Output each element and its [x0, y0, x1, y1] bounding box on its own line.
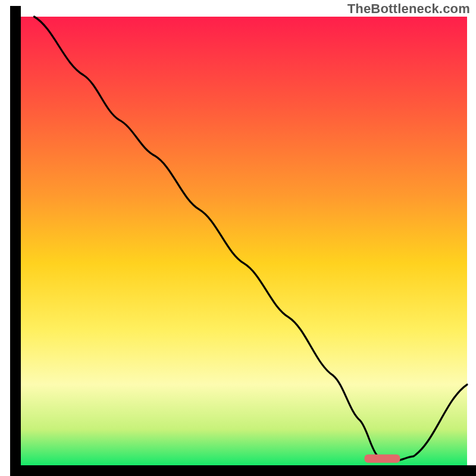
bottleneck-chart — [0, 0, 476, 476]
watermark-text: TheBottleneck.com — [347, 1, 470, 17]
gradient-background — [21, 17, 467, 465]
chart-frame: TheBottleneck.com — [0, 0, 476, 476]
axis-bottom — [10, 465, 476, 476]
optimal-range-marker — [365, 455, 400, 463]
axis-left — [10, 6, 21, 476]
